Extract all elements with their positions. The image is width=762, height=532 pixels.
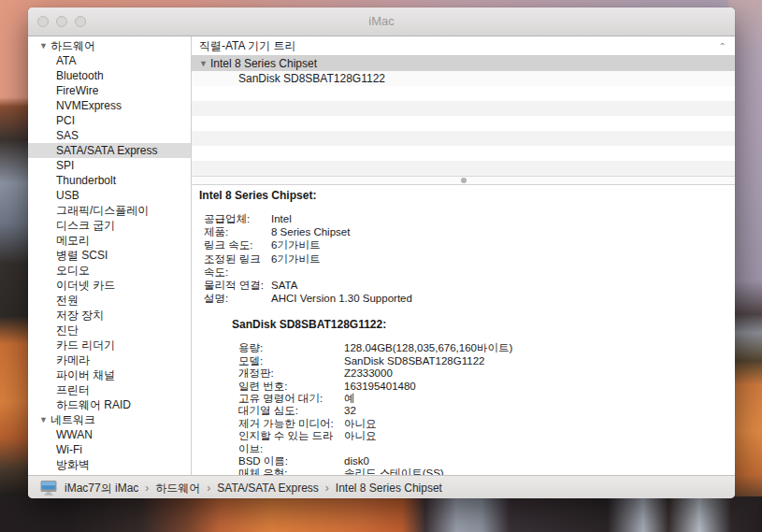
detail-pane: Intel 8 Series Chipset:공급업체:Intel제품:8 Se… [192, 185, 735, 475]
sidebar-group-label: 네트워크 [50, 413, 95, 426]
sidebar-item[interactable]: 진단 [28, 323, 191, 338]
detail-row: 제품:8 Series Chipset [192, 225, 735, 238]
detail-row: 매체 유형:솔리드 스테이트(SS) [192, 467, 735, 475]
detail-value: 아니요 [344, 418, 735, 430]
detail-value: AHCI Version 1.30 Supported [271, 292, 735, 305]
sidebar-item[interactable]: 병렬 SCSI [28, 248, 191, 263]
sidebar-item[interactable]: 전원 [28, 293, 191, 308]
detail-row: BSD 이름:disk0 [192, 455, 735, 467]
breadcrumb-separator-icon: › [325, 482, 329, 495]
breadcrumb-item[interactable]: SATA/SATA Express [217, 482, 318, 495]
sidebar-item[interactable]: USB [28, 188, 191, 203]
sidebar-item[interactable]: WWAN [28, 427, 191, 442]
tree-row-empty [192, 131, 735, 146]
detail-section-title: SanDisk SD8SBAT128G1122: [192, 318, 735, 331]
splitter-knob-icon [461, 178, 467, 183]
breadcrumb-bar: iMac77의 iMac›하드웨어›SATA/SATA Express›Inte… [28, 475, 735, 498]
sidebar-item[interactable]: 프린터 [28, 382, 191, 397]
detail-label: 설명: [204, 292, 271, 305]
sidebar-item[interactable]: 하드웨어 RAID [28, 397, 191, 412]
sidebar-group[interactable]: ▼네트워크 [28, 412, 191, 427]
sidebar-item[interactable]: 파이버 채널 [28, 367, 191, 382]
sidebar-item[interactable]: NVMExpress [28, 98, 191, 113]
window-title: iMac [28, 7, 735, 36]
titlebar[interactable]: iMac [28, 7, 735, 36]
sidebar-item[interactable]: 방화벽 [28, 457, 191, 472]
sidebar-item[interactable]: FireWire [28, 83, 191, 98]
detail-row: 제거 가능한 미디어:아니요 [192, 418, 735, 430]
detail-value: 8 Series Chipset [271, 225, 735, 238]
detail-row: 인지할 수 있는 드라이브:아니요 [192, 430, 735, 455]
disclosure-triangle-icon: ▼ [199, 56, 208, 71]
detail-label: 인지할 수 있는 드라이브: [238, 430, 344, 455]
sidebar-item[interactable]: Bluetooth [28, 68, 191, 83]
sidebar-item[interactable]: SAS [28, 128, 191, 143]
imac-computer-icon [39, 480, 58, 496]
detail-row: 고유 명령어 대기:예 [192, 393, 735, 405]
breadcrumb-item[interactable]: 하드웨어 [155, 482, 200, 495]
sidebar-item[interactable]: 그래픽/디스플레이 [28, 203, 191, 218]
detail-value: 6기가비트 [271, 252, 735, 279]
detail-row: 개정판:Z2333000 [192, 367, 735, 380]
detail-label: 모델: [238, 355, 344, 367]
detail-value: 32 [344, 405, 735, 417]
detail-value: 솔리드 스테이트(SS) [344, 467, 735, 475]
sort-ascending-icon[interactable]: ⌃ [719, 41, 735, 51]
tree-row-empty [192, 146, 735, 161]
detail-section-title: Intel 8 Series Chipset: [192, 189, 735, 202]
detail-row: 물리적 연결:SATA [192, 279, 735, 292]
detail-label: 공급업체: [204, 212, 271, 225]
device-tree: ▼Intel 8 Series ChipsetSanDisk SD8SBAT12… [192, 56, 735, 176]
sidebar-item[interactable]: Wi-Fi [28, 442, 191, 457]
detail-value: 예 [344, 393, 735, 405]
breadcrumb-item[interactable]: Intel 8 Series Chipset [336, 482, 442, 495]
detail-row: 모델:SanDisk SD8SBAT128G1122 [192, 355, 735, 367]
detail-label: 링크 속도: [204, 238, 271, 252]
sidebar-item[interactable]: SPI [28, 158, 191, 173]
detail-row: 일련 번호:163195401480 [192, 381, 735, 393]
detail-section: SanDisk SD8SBAT128G1122:용량:128.04GB(128,… [192, 318, 735, 475]
detail-label: 조정된 링크 속도: [204, 252, 271, 279]
sidebar-item[interactable]: Thunderbolt [28, 173, 191, 188]
detail-label: 제품: [204, 225, 271, 238]
sidebar-group-label: 하드웨어 [50, 39, 95, 52]
detail-label: 매체 유형: [238, 467, 344, 475]
detail-label: 용량: [238, 342, 344, 354]
sidebar-item[interactable]: SATA/SATA Express [28, 143, 191, 158]
sidebar-item[interactable]: 디스크 굽기 [28, 218, 191, 233]
disclosure-triangle-icon: ▼ [39, 38, 48, 53]
detail-row: 조정된 링크 속도:6기가비트 [192, 252, 735, 279]
sidebar-item[interactable]: ATA [28, 53, 191, 68]
sidebar-item[interactable]: 오디오 [28, 263, 191, 278]
detail-row: 설명:AHCI Version 1.30 Supported [192, 292, 735, 305]
detail-value: Z2333000 [344, 367, 735, 380]
tree-row-empty [192, 86, 735, 101]
tree-column-title: 직렬-ATA 기기 트리 [192, 38, 719, 54]
breadcrumb: iMac77의 iMac›하드웨어›SATA/SATA Express›Inte… [65, 479, 442, 496]
detail-value: SATA [271, 279, 735, 292]
detail-label: 개정판: [238, 367, 344, 380]
pane-splitter[interactable] [192, 176, 735, 185]
sidebar[interactable]: ▼하드웨어ATABluetoothFireWireNVMExpressPCISA… [28, 36, 192, 475]
tree-column-header[interactable]: 직렬-ATA 기기 트리 ⌃ [192, 36, 735, 56]
detail-value: 6기가비트 [271, 238, 735, 252]
breadcrumb-separator-icon: › [145, 482, 149, 495]
breadcrumb-separator-icon: › [207, 482, 210, 495]
sidebar-item[interactable]: 저장 장치 [28, 308, 191, 323]
detail-value: 아니요 [344, 430, 735, 455]
wallpaper-bottom-rocks [0, 496, 762, 532]
sidebar-item[interactable]: 이더넷 카드 [28, 278, 191, 293]
sidebar-item[interactable]: PCI [28, 113, 191, 128]
system-information-window: iMac ▼하드웨어ATABluetoothFireWireNVMExpress… [28, 7, 735, 498]
tree-row-label: SanDisk SD8SBAT128G1122 [238, 72, 385, 85]
detail-row: 대기열 심도:32 [192, 405, 735, 417]
detail-row: 공급업체:Intel [192, 212, 735, 225]
sidebar-group[interactable]: ▼하드웨어 [28, 38, 191, 53]
detail-value: 163195401480 [344, 381, 735, 393]
tree-row[interactable]: SanDisk SD8SBAT128G1122 [192, 71, 735, 86]
sidebar-item[interactable]: 카메라 [28, 352, 191, 367]
sidebar-item[interactable]: 메모리 [28, 233, 191, 248]
breadcrumb-item[interactable]: iMac77의 iMac [65, 482, 138, 495]
tree-row[interactable]: ▼Intel 8 Series Chipset [192, 56, 735, 71]
sidebar-item[interactable]: 카드 리더기 [28, 338, 191, 352]
